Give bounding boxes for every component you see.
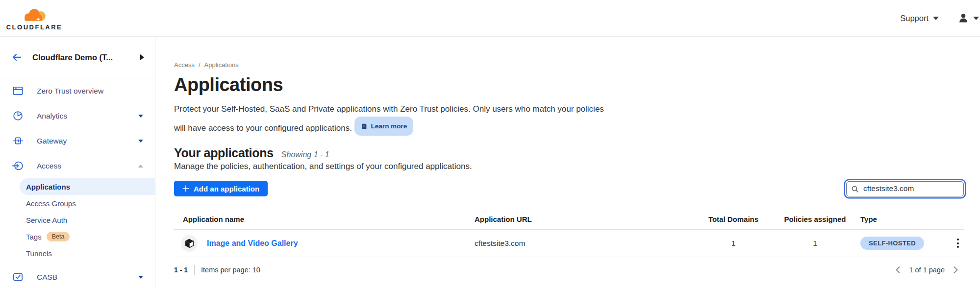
breadcrumb-separator: / xyxy=(199,61,201,69)
pagination: 1 - 1 Items per page: 10 1 of 1 page xyxy=(174,257,964,283)
sidebar-item-label: Tunnels xyxy=(26,249,52,258)
sidebar-item-gateway[interactable]: Gateway xyxy=(0,128,155,153)
row-actions-kebab-icon[interactable] xyxy=(952,236,964,251)
showing-count: Showing 1 - 1 xyxy=(281,150,329,159)
cloudflare-cloud-icon xyxy=(15,5,53,23)
sidebar-item-label: Zero Trust overview xyxy=(37,87,103,96)
chevron-down-icon xyxy=(973,17,979,20)
caret-down-icon[interactable] xyxy=(138,276,143,279)
cloudflare-logo-text: CLOUDFLARE xyxy=(6,24,63,31)
account-name[interactable]: Cloudflare Demo (T... xyxy=(32,53,130,62)
sidebar-item-access-groups[interactable]: Access Groups xyxy=(0,195,155,212)
sidebar: Cloudflare Demo (T... Zero Trust overvie… xyxy=(0,37,155,288)
col-application-url: Application URL xyxy=(475,215,697,223)
add-application-label: Add an application xyxy=(194,185,259,193)
sidebar-account-header: Cloudflare Demo (T... xyxy=(0,37,155,78)
overview-window-icon xyxy=(12,85,24,96)
section-title: Your applications xyxy=(174,145,274,160)
sidebar-item-zero-trust-overview[interactable]: Zero Trust overview xyxy=(0,78,155,103)
sidebar-item-tunnels[interactable]: Tunnels xyxy=(0,245,155,262)
support-menu[interactable]: Support xyxy=(900,14,939,23)
sidebar-nav: Zero Trust overview Analytics Gateway xyxy=(0,78,155,288)
casb-check-icon xyxy=(12,271,24,283)
table-row: Image and Video Gallery cftestsite3.com … xyxy=(174,230,964,257)
book-icon xyxy=(361,123,368,130)
col-application-name: Application name xyxy=(174,215,475,223)
gateway-icon xyxy=(12,135,24,146)
analytics-pie-icon xyxy=(12,110,24,121)
sidebar-item-label: CASB xyxy=(37,273,57,282)
search-input[interactable] xyxy=(846,181,964,196)
main-content: Access / Applications Applications Prote… xyxy=(155,37,980,288)
user-icon xyxy=(957,12,969,24)
topbar: CLOUDFLARE Support xyxy=(0,0,980,37)
table-header-row: Application name Application URL Total D… xyxy=(174,209,964,230)
breadcrumb: Access / Applications xyxy=(174,61,964,69)
col-total-domains: Total Domains xyxy=(697,215,770,223)
sidebar-item-label: Analytics xyxy=(37,112,67,120)
pagination-range: 1 - 1 xyxy=(174,266,188,274)
topbar-right: Support xyxy=(900,12,980,24)
page-title: Applications xyxy=(174,74,964,96)
sidebar-item-label: Access Groups xyxy=(26,199,76,208)
section-head: Your applications Showing 1 - 1 xyxy=(174,145,964,160)
back-arrow-icon[interactable] xyxy=(11,51,23,63)
col-type: Type xyxy=(860,215,944,223)
pagination-controls: 1 of 1 page xyxy=(895,266,964,274)
sidebar-item-tags[interactable]: Tags Beta xyxy=(0,228,155,245)
cube-icon xyxy=(184,238,195,249)
cloudflare-logo[interactable]: CLOUDFLARE xyxy=(9,5,60,31)
caret-up-icon[interactable] xyxy=(138,165,143,168)
type-badge: SELF-HOSTED xyxy=(860,237,924,250)
add-application-button[interactable]: Add an application xyxy=(174,181,268,196)
chevron-down-icon xyxy=(933,17,939,20)
col-policies-assigned: Policies assigned xyxy=(770,215,860,223)
plus-icon xyxy=(182,185,189,192)
next-page-icon[interactable] xyxy=(953,266,959,274)
breadcrumb-applications[interactable]: Applications xyxy=(204,61,239,69)
pagination-divider xyxy=(194,265,195,275)
controls-row: Add an application xyxy=(174,181,964,196)
sidebar-item-service-auth[interactable]: Service Auth xyxy=(0,212,155,228)
application-avatar xyxy=(181,235,198,252)
intro-text: Protect your Self-Hosted, SaaS and Priva… xyxy=(174,101,618,136)
sidebar-item-label: Service Auth xyxy=(26,216,67,224)
sidebar-item-casb[interactable]: CASB xyxy=(0,264,155,288)
learn-more-label: Learn more xyxy=(371,119,407,134)
chevron-right-icon[interactable] xyxy=(140,54,144,60)
learn-more-chip[interactable]: Learn more xyxy=(354,117,414,136)
sidebar-item-label: Access xyxy=(37,162,61,170)
beta-badge: Beta xyxy=(47,232,70,241)
caret-down-icon[interactable] xyxy=(138,140,143,143)
breadcrumb-access[interactable]: Access xyxy=(174,61,195,69)
items-per-page: Items per page: 10 xyxy=(201,266,260,274)
application-link[interactable]: Image and Video Gallery xyxy=(207,239,298,248)
application-url: cftestsite3.com xyxy=(475,239,697,248)
sidebar-item-analytics[interactable]: Analytics xyxy=(0,103,155,128)
sidebar-item-access[interactable]: Access xyxy=(0,153,155,178)
search-box xyxy=(846,181,964,196)
caret-down-icon[interactable] xyxy=(138,115,143,118)
policies-assigned-value: 1 xyxy=(770,239,860,248)
sidebar-item-label: Applications xyxy=(26,183,70,191)
sidebar-item-label: Tags xyxy=(26,233,42,241)
sidebar-item-applications[interactable]: Applications xyxy=(20,178,155,195)
page-info: 1 of 1 page xyxy=(909,266,945,274)
user-menu[interactable] xyxy=(957,12,979,24)
total-domains-value: 1 xyxy=(697,239,770,248)
support-label: Support xyxy=(900,14,929,23)
previous-page-icon[interactable] xyxy=(895,266,901,274)
sidebar-item-label: Gateway xyxy=(37,137,67,145)
applications-table: Application name Application URL Total D… xyxy=(174,209,964,257)
application-name-cell: Image and Video Gallery xyxy=(174,235,475,252)
section-subtitle: Manage the policies, authentication, and… xyxy=(174,160,964,173)
access-login-icon xyxy=(12,160,24,171)
